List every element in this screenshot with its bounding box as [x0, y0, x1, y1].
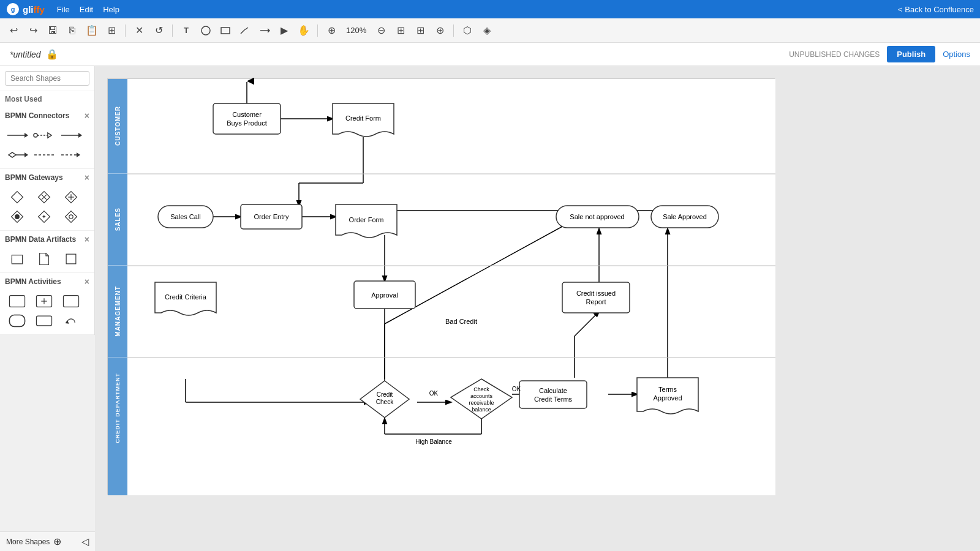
bpmn-activities-shapes: [0, 290, 94, 334]
save-button[interactable]: 🖫: [44, 22, 61, 39]
copy-button[interactable]: ⎘: [64, 22, 81, 39]
text-tool[interactable]: T: [178, 22, 195, 39]
bpmn-data-artifacts-label: BPMN Data Artifacts: [5, 235, 76, 244]
sidebar-wrapper: Most Used BPMN Connectors ×: [0, 66, 95, 551]
shape-exclusive-gateway[interactable]: [5, 189, 29, 206]
shape-annotation-flow[interactable]: [32, 146, 56, 163]
svg-rect-103: [519, 381, 587, 408]
shape-loop[interactable]: [59, 312, 83, 329]
toolbar-sep-4: [453, 24, 454, 37]
svg-rect-75: [213, 103, 281, 134]
menu-file[interactable]: File: [57, 5, 70, 14]
sidebar-section-bpmn-activities: BPMN Activities ×: [0, 273, 94, 335]
shape-sequence-flow[interactable]: [5, 127, 29, 144]
search-area: [0, 66, 94, 91]
collapse-sidebar-icon[interactable]: ◁: [81, 536, 89, 547]
lane-label-credit: CREDIT DEPARTMENT: [108, 358, 127, 459]
shape-subprocess[interactable]: [59, 293, 83, 310]
shape-data-object[interactable]: [32, 250, 56, 268]
redo-button[interactable]: ↪: [24, 22, 42, 39]
duplicate-button[interactable]: ⊞: [103, 22, 120, 39]
svg-marker-18: [77, 152, 80, 157]
close-bpmn-gateways-icon[interactable]: ×: [85, 173, 89, 182]
zoom-out-button[interactable]: ⊖: [372, 22, 390, 39]
shape-default-flow[interactable]: [59, 127, 83, 144]
lane-label-customer: CUSTOMER: [108, 79, 127, 174]
menu-items: File Edit Help: [57, 5, 119, 14]
shape-data-store[interactable]: [5, 250, 29, 268]
bpmn-data-artifacts-header[interactable]: BPMN Data Artifacts ×: [0, 231, 94, 248]
hand-tool[interactable]: ✋: [295, 22, 312, 39]
svg-text:Approved: Approved: [653, 394, 682, 402]
menu-help[interactable]: Help: [103, 5, 119, 14]
undo-button[interactable]: ↩: [5, 22, 22, 39]
main-layout: Most Used BPMN Connectors ×: [0, 66, 980, 551]
shape-task-plus[interactable]: [32, 293, 56, 310]
circle-tool[interactable]: [197, 22, 214, 39]
close-bpmn-data-artifacts-icon[interactable]: ×: [85, 234, 89, 244]
add-button[interactable]: ⊕: [431, 22, 448, 39]
bpmn-gateways-header[interactable]: BPMN Gateways ×: [0, 169, 94, 186]
shape-subprocess-rounded[interactable]: [5, 312, 29, 329]
svg-text:Credit issued: Credit issued: [576, 290, 616, 297]
shape-library-button[interactable]: ⬡: [459, 22, 476, 39]
shape-event-gateway[interactable]: [5, 208, 29, 225]
rect-tool[interactable]: [217, 22, 234, 39]
close-bpmn-connectors-icon[interactable]: ×: [85, 111, 89, 121]
svg-rect-41: [9, 315, 24, 327]
layer-button[interactable]: ◈: [478, 22, 496, 39]
shape-conditional-flow[interactable]: [5, 146, 29, 163]
svg-rect-32: [12, 255, 22, 264]
svg-rect-40: [63, 296, 78, 307]
close-bpmn-activities-icon[interactable]: ×: [85, 277, 89, 287]
shape-parallel-gateway[interactable]: [59, 189, 83, 206]
menu-edit[interactable]: Edit: [80, 5, 93, 14]
shape-event[interactable]: [32, 312, 56, 329]
select-tool[interactable]: ▶: [276, 22, 293, 39]
svg-text:✦: ✦: [42, 213, 47, 220]
svg-text:Check: Check: [376, 399, 394, 405]
options-button[interactable]: Options: [943, 50, 970, 59]
canvas-area[interactable]: CUSTOMER SALES MANAGEMENT CREDIT DEPARTM…: [95, 66, 980, 551]
svg-text:Order Entry: Order Entry: [254, 213, 289, 220]
shape-circle-gateway[interactable]: [59, 208, 83, 225]
shape-exclusive-x-gateway[interactable]: [32, 189, 56, 206]
shape-message-flow[interactable]: [32, 127, 56, 144]
svg-text:Credit Criteria: Credit Criteria: [165, 293, 207, 301]
bpmn-gateways-shapes: ✦: [0, 186, 94, 230]
shape-star-gateway[interactable]: ✦: [32, 208, 56, 225]
sidebar-section-bpmn-connectors: BPMN Connectors ×: [0, 107, 94, 169]
sidebar-section-bpmn-gateways: BPMN Gateways ×: [0, 169, 94, 231]
svg-marker-12: [78, 133, 82, 138]
svg-marker-19: [12, 192, 23, 203]
more-shapes-icon: ⊕: [53, 536, 61, 547]
back-to-confluence-link[interactable]: < Back to Confluence: [898, 5, 974, 14]
svg-text:Customer: Customer: [232, 111, 262, 118]
undo2-button[interactable]: ↺: [150, 22, 167, 39]
toolbar-sep-3: [317, 24, 318, 37]
more-shapes-bar[interactable]: More Shapes ⊕ ◁: [0, 531, 95, 551]
bpmn-connectors-header[interactable]: BPMN Connectors ×: [0, 107, 94, 124]
shape-task[interactable]: [5, 293, 29, 310]
bpmn-gateways-label: BPMN Gateways: [5, 173, 63, 182]
sidebar: Most Used BPMN Connectors ×: [0, 66, 95, 335]
zoom-in-button[interactable]: ⊕: [323, 22, 340, 39]
search-input[interactable]: [5, 71, 89, 86]
line-tool[interactable]: [236, 22, 254, 39]
grid-button[interactable]: ⊞: [412, 22, 429, 39]
zoom-level[interactable]: 120%: [342, 26, 370, 35]
bpmn-activities-header[interactable]: BPMN Activities ×: [0, 273, 94, 290]
delete-button[interactable]: ✕: [130, 22, 148, 39]
svg-text:Sale not approved: Sale not approved: [570, 213, 624, 220]
svg-text:OK: OK: [512, 386, 521, 392]
arrow-tool[interactable]: [256, 22, 273, 39]
svg-marker-43: [66, 320, 69, 324]
shape-dashed-arrow[interactable]: [59, 146, 83, 163]
svg-text:Report: Report: [586, 298, 606, 305]
fit-page-button[interactable]: ⊞: [392, 22, 409, 39]
publish-button[interactable]: Publish: [887, 46, 935, 62]
toolbar-sep-2: [172, 24, 173, 37]
svg-text:Terms: Terms: [658, 386, 677, 393]
paste-button[interactable]: 📋: [83, 22, 100, 39]
shape-annotation[interactable]: [59, 250, 83, 268]
